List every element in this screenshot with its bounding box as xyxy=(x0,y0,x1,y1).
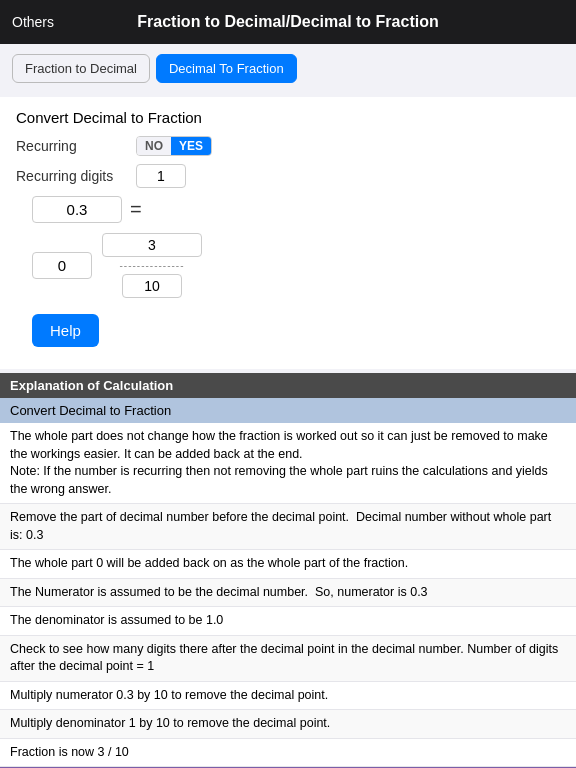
tab-fraction-to-decimal[interactable]: Fraction to Decimal xyxy=(12,54,150,83)
toggle-no[interactable]: NO xyxy=(137,137,171,155)
explanation-row-8: Fraction is now 3 / 10 xyxy=(0,739,576,768)
explanation-row-5: Check to see how many digits there after… xyxy=(0,636,576,682)
recurring-toggle[interactable]: NO YES xyxy=(136,136,212,156)
app-header: Others Fraction to Decimal/Decimal to Fr… xyxy=(0,0,576,44)
fraction-line: --------------- xyxy=(102,260,202,271)
recurring-digits-label: Recurring digits xyxy=(16,168,136,184)
explanation-sub-header-1: Convert Decimal to Fraction xyxy=(0,398,576,423)
recurring-row: Recurring NO YES xyxy=(16,136,560,156)
explanation-main-header: Explanation of Calculation xyxy=(0,373,576,398)
equals-sign: = xyxy=(130,198,142,221)
decimal-input-row: = xyxy=(16,196,560,223)
recurring-digits-row: Recurring digits xyxy=(16,164,560,188)
decimal-input[interactable] xyxy=(32,196,122,223)
card-section-title: Convert Decimal to Fraction xyxy=(16,109,560,126)
fraction-output: --------------- xyxy=(16,233,560,298)
explanation-row-6: Multiply numerator 0.3 by 10 to remove t… xyxy=(0,682,576,711)
explanation-row-7: Multiply denominator 1 by 10 to remove t… xyxy=(0,710,576,739)
back-button[interactable]: Others xyxy=(12,14,54,30)
denominator-input[interactable] xyxy=(122,274,182,298)
explanation-row-0: The whole part does not change how the f… xyxy=(0,423,576,504)
help-button[interactable]: Help xyxy=(32,314,99,347)
tab-decimal-to-fraction[interactable]: Decimal To Fraction xyxy=(156,54,297,83)
main-content: Fraction to Decimal Decimal To Fraction … xyxy=(0,44,576,768)
numerator-input[interactable] xyxy=(102,233,202,257)
page-title: Fraction to Decimal/Decimal to Fraction xyxy=(137,13,438,31)
converter-card: Convert Decimal to Fraction Recurring NO… xyxy=(0,97,576,369)
explanation-row-4: The denominator is assumed to be 1.0 xyxy=(0,607,576,636)
explanation-row-1: Remove the part of decimal number before… xyxy=(0,504,576,550)
explanation-section: Explanation of Calculation Convert Decim… xyxy=(0,373,576,768)
tab-bar: Fraction to Decimal Decimal To Fraction xyxy=(0,44,576,93)
explanation-row-2: The whole part 0 will be added back on a… xyxy=(0,550,576,579)
toggle-yes[interactable]: YES xyxy=(171,137,211,155)
recurring-digits-input[interactable] xyxy=(136,164,186,188)
fraction-stack: --------------- xyxy=(102,233,202,298)
recurring-label: Recurring xyxy=(16,138,136,154)
explanation-row-3: The Numerator is assumed to be the decim… xyxy=(0,579,576,608)
whole-part-input[interactable] xyxy=(32,252,92,279)
